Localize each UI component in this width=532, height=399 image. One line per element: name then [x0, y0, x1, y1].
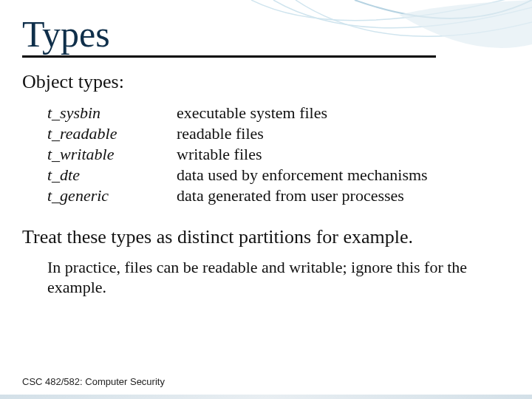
- treat-sentence: Treat these types as distinct partitions…: [22, 226, 502, 248]
- type-desc: data used by enforcement mechanisms: [177, 166, 428, 185]
- types-table: t_sysbin executable system files t_reada…: [47, 103, 502, 205]
- practice-note: In practice, files can be readable and w…: [47, 257, 502, 298]
- type-row: t_writable writable files: [47, 145, 502, 164]
- footer-course: CSC 482/582: Computer Security: [22, 376, 165, 387]
- type-name: t_readable: [47, 124, 177, 143]
- type-row: t_generic data generated from user proce…: [47, 186, 502, 205]
- type-row: t_sysbin executable system files: [47, 103, 502, 123]
- type-desc: data generated from user processes: [177, 186, 404, 205]
- type-row: t_readable readable files: [47, 124, 502, 143]
- type-desc: executable system files: [177, 103, 327, 123]
- slide: Types Object types: t_sysbin executable …: [0, 0, 532, 399]
- type-name: t_writable: [47, 145, 177, 164]
- type-name: t_generic: [47, 186, 177, 205]
- slide-title: Types: [22, 15, 436, 58]
- type-row: t_dte data used by enforcement mechanism…: [47, 166, 502, 185]
- type-name: t_sysbin: [47, 103, 177, 123]
- type-desc: readable files: [177, 124, 264, 143]
- subtitle-object-types: Object types:: [22, 71, 502, 93]
- type-name: t_dte: [47, 166, 177, 185]
- type-desc: writable files: [177, 145, 262, 164]
